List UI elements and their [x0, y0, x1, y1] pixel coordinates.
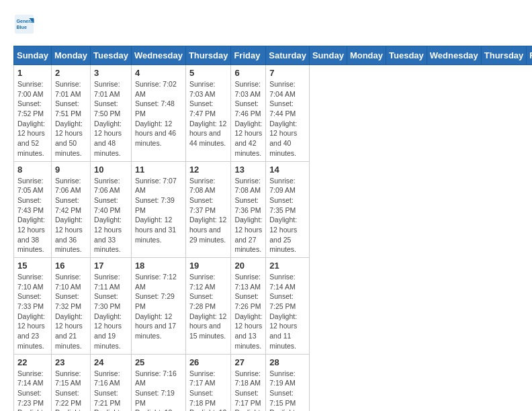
table-row: 16 Sunrise: 7:10 AM Sunset: 7:32 PM Dayl…	[51, 258, 90, 355]
day-info: Sunrise: 7:00 AM Sunset: 7:52 PM Dayligh…	[17, 79, 48, 158]
day-number: 1	[17, 68, 48, 78]
svg-text:Blue: Blue	[16, 25, 26, 30]
day-number: 17	[94, 261, 128, 271]
day-number: 23	[55, 357, 87, 367]
table-row: 28 Sunrise: 7:19 AM Sunset: 7:15 PM Dayl…	[266, 354, 310, 411]
logo: General Blue	[13, 13, 39, 35]
day-number: 26	[189, 357, 228, 367]
table-row: 19 Sunrise: 7:12 AM Sunset: 7:28 PM Dayl…	[185, 258, 231, 355]
day-number: 18	[135, 261, 182, 271]
calendar-week-2: 8 Sunrise: 7:05 AM Sunset: 7:43 PM Dayli…	[14, 161, 533, 258]
day-info: Sunrise: 7:03 AM Sunset: 7:46 PM Dayligh…	[234, 79, 262, 158]
table-row: 1 Sunrise: 7:00 AM Sunset: 7:52 PM Dayli…	[14, 65, 52, 162]
table-row: 26 Sunrise: 7:17 AM Sunset: 7:18 PM Dayl…	[185, 354, 231, 411]
day-info: Sunrise: 7:02 AM Sunset: 7:48 PM Dayligh…	[135, 79, 182, 148]
table-row: 5 Sunrise: 7:03 AM Sunset: 7:47 PM Dayli…	[185, 65, 231, 162]
day-number: 15	[17, 261, 48, 271]
table-row: 23 Sunrise: 7:15 AM Sunset: 7:22 PM Dayl…	[51, 354, 90, 411]
calendar-header-row: SundayMondayTuesdayWednesdayThursdayFrid…	[14, 46, 533, 65]
weekday-header-wednesday: Wednesday	[427, 46, 481, 65]
day-info: Sunrise: 7:19 AM Sunset: 7:15 PM Dayligh…	[269, 369, 306, 412]
day-info: Sunrise: 7:05 AM Sunset: 7:43 PM Dayligh…	[17, 176, 48, 255]
day-info: Sunrise: 7:18 AM Sunset: 7:17 PM Dayligh…	[234, 369, 262, 412]
table-row: 20 Sunrise: 7:13 AM Sunset: 7:26 PM Dayl…	[231, 258, 266, 355]
header: General Blue	[13, 13, 519, 35]
day-info: Sunrise: 7:16 AM Sunset: 7:21 PM Dayligh…	[94, 369, 128, 412]
day-number: 8	[17, 165, 48, 175]
day-number: 2	[55, 68, 87, 78]
day-info: Sunrise: 7:04 AM Sunset: 7:44 PM Dayligh…	[269, 79, 306, 158]
table-row: 17 Sunrise: 7:11 AM Sunset: 7:30 PM Dayl…	[91, 258, 132, 355]
day-number: 9	[55, 165, 87, 175]
day-info: Sunrise: 7:10 AM Sunset: 7:32 PM Dayligh…	[55, 272, 87, 351]
day-number: 24	[94, 357, 128, 367]
day-info: Sunrise: 7:06 AM Sunset: 7:42 PM Dayligh…	[55, 176, 87, 255]
weekday-header-friday: Friday	[231, 46, 266, 65]
logo-icon: General Blue	[13, 13, 35, 35]
table-row: 3 Sunrise: 7:01 AM Sunset: 7:50 PM Dayli…	[91, 65, 132, 162]
weekday-header-sunday: Sunday	[309, 46, 347, 65]
weekday-header-wednesday: Wednesday	[131, 46, 185, 65]
table-row: 14 Sunrise: 7:09 AM Sunset: 7:35 PM Dayl…	[266, 161, 310, 258]
day-number: 14	[269, 165, 306, 175]
table-row: 9 Sunrise: 7:06 AM Sunset: 7:42 PM Dayli…	[51, 161, 90, 258]
day-number: 3	[94, 68, 128, 78]
day-number: 27	[234, 357, 262, 367]
day-info: Sunrise: 7:12 AM Sunset: 7:28 PM Dayligh…	[189, 272, 228, 341]
table-row: 12 Sunrise: 7:08 AM Sunset: 7:37 PM Dayl…	[185, 161, 231, 258]
table-row: 25 Sunrise: 7:16 AM Sunset: 7:19 PM Dayl…	[131, 354, 185, 411]
calendar-week-1: 1 Sunrise: 7:00 AM Sunset: 7:52 PM Dayli…	[14, 65, 533, 162]
table-row: 18 Sunrise: 7:12 AM Sunset: 7:29 PM Dayl…	[131, 258, 185, 355]
weekday-header-saturday: Saturday	[266, 46, 310, 65]
calendar-week-3: 15 Sunrise: 7:10 AM Sunset: 7:33 PM Dayl…	[14, 258, 533, 355]
weekday-header-thursday: Thursday	[185, 46, 231, 65]
table-row: 2 Sunrise: 7:01 AM Sunset: 7:51 PM Dayli…	[51, 65, 90, 162]
day-number: 28	[269, 357, 306, 367]
day-info: Sunrise: 7:09 AM Sunset: 7:35 PM Dayligh…	[269, 176, 306, 255]
day-info: Sunrise: 7:10 AM Sunset: 7:33 PM Dayligh…	[17, 272, 48, 351]
calendar-table: SundayMondayTuesdayWednesdayThursdayFrid…	[13, 46, 532, 411]
day-info: Sunrise: 7:06 AM Sunset: 7:40 PM Dayligh…	[94, 176, 128, 255]
table-row: 11 Sunrise: 7:07 AM Sunset: 7:39 PM Dayl…	[131, 161, 185, 258]
table-row: 27 Sunrise: 7:18 AM Sunset: 7:17 PM Dayl…	[231, 354, 266, 411]
weekday-header-friday: Friday	[527, 46, 532, 65]
day-info: Sunrise: 7:15 AM Sunset: 7:22 PM Dayligh…	[55, 369, 87, 412]
day-info: Sunrise: 7:11 AM Sunset: 7:30 PM Dayligh…	[94, 272, 128, 351]
table-row: 7 Sunrise: 7:04 AM Sunset: 7:44 PM Dayli…	[266, 65, 310, 162]
table-row: 8 Sunrise: 7:05 AM Sunset: 7:43 PM Dayli…	[14, 161, 52, 258]
table-row: 21 Sunrise: 7:14 AM Sunset: 7:25 PM Dayl…	[266, 258, 310, 355]
day-info: Sunrise: 7:01 AM Sunset: 7:51 PM Dayligh…	[55, 79, 87, 158]
day-number: 25	[135, 357, 182, 367]
day-info: Sunrise: 7:14 AM Sunset: 7:23 PM Dayligh…	[17, 369, 48, 412]
day-number: 19	[189, 261, 228, 271]
day-info: Sunrise: 7:01 AM Sunset: 7:50 PM Dayligh…	[94, 79, 128, 158]
day-info: Sunrise: 7:14 AM Sunset: 7:25 PM Dayligh…	[269, 272, 306, 351]
day-info: Sunrise: 7:16 AM Sunset: 7:19 PM Dayligh…	[135, 369, 182, 412]
day-number: 6	[234, 68, 262, 78]
day-info: Sunrise: 7:12 AM Sunset: 7:29 PM Dayligh…	[135, 272, 182, 341]
day-info: Sunrise: 7:17 AM Sunset: 7:18 PM Dayligh…	[189, 369, 228, 412]
day-number: 4	[135, 68, 182, 78]
weekday-header-thursday: Thursday	[481, 46, 527, 65]
weekday-header-monday: Monday	[51, 46, 90, 65]
weekday-header-tuesday: Tuesday	[91, 46, 132, 65]
table-row: 4 Sunrise: 7:02 AM Sunset: 7:48 PM Dayli…	[131, 65, 185, 162]
table-row: 24 Sunrise: 7:16 AM Sunset: 7:21 PM Dayl…	[91, 354, 132, 411]
weekday-header-sunday: Sunday	[14, 46, 52, 65]
weekday-header-tuesday: Tuesday	[386, 46, 427, 65]
day-number: 13	[234, 165, 262, 175]
day-number: 7	[269, 68, 306, 78]
day-number: 10	[94, 165, 128, 175]
day-number: 11	[135, 165, 182, 175]
day-info: Sunrise: 7:03 AM Sunset: 7:47 PM Dayligh…	[189, 79, 228, 148]
table-row: 22 Sunrise: 7:14 AM Sunset: 7:23 PM Dayl…	[14, 354, 52, 411]
day-number: 20	[234, 261, 262, 271]
calendar-week-4: 22 Sunrise: 7:14 AM Sunset: 7:23 PM Dayl…	[14, 354, 533, 411]
table-row: 10 Sunrise: 7:06 AM Sunset: 7:40 PM Dayl…	[91, 161, 132, 258]
day-number: 12	[189, 165, 228, 175]
weekday-header-monday: Monday	[347, 46, 386, 65]
day-info: Sunrise: 7:08 AM Sunset: 7:37 PM Dayligh…	[189, 176, 228, 245]
table-row: 13 Sunrise: 7:08 AM Sunset: 7:36 PM Dayl…	[231, 161, 266, 258]
table-row: 15 Sunrise: 7:10 AM Sunset: 7:33 PM Dayl…	[14, 258, 52, 355]
table-row: 6 Sunrise: 7:03 AM Sunset: 7:46 PM Dayli…	[231, 65, 266, 162]
